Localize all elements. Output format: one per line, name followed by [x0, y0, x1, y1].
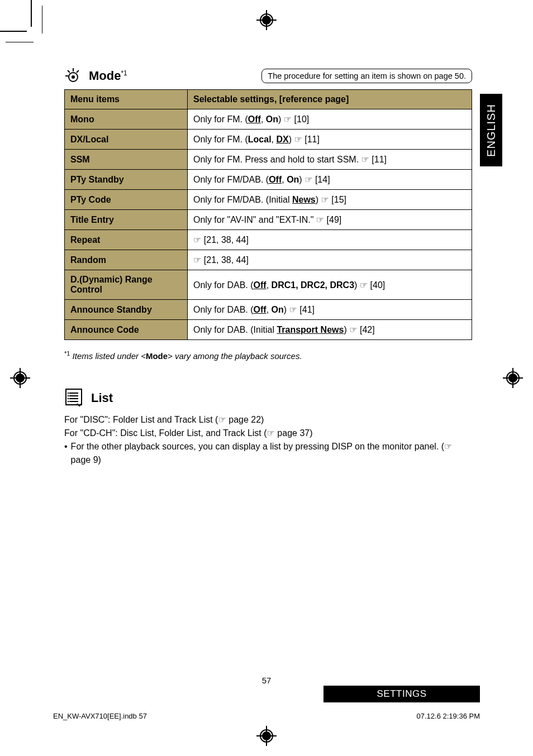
list-body: For "DISC": Folder List and Track List (…	[64, 413, 472, 467]
menu-item-label: SSM	[65, 150, 188, 170]
menu-item-value: Only for FM. Press and hold to start SSM…	[188, 150, 472, 170]
table-header-left: Menu items	[65, 90, 188, 109]
table-row: D.(Dynamic) Range ControlOnly for DAB. (…	[65, 270, 472, 300]
svg-line-3	[68, 70, 70, 73]
language-tab: ENGLISH	[480, 94, 502, 166]
language-tab-label: ENGLISH	[485, 104, 498, 157]
list-line: For "CD-CH": Disc List, Folder List, and…	[64, 427, 472, 440]
menu-item-value: Only for "AV-IN" and "EXT-IN." ☞ [49]	[188, 210, 472, 230]
menu-item-label: DX/Local	[65, 130, 188, 150]
registration-mark-icon	[503, 368, 523, 388]
menu-item-value: Only for FM. (Local, DX) ☞ [11]	[188, 130, 472, 150]
menu-item-label: PTy Standby	[65, 170, 188, 190]
table-row: Title EntryOnly for "AV-IN" and "EXT-IN.…	[65, 210, 472, 230]
registration-mark-icon	[256, 10, 277, 30]
svg-line-4	[77, 70, 79, 73]
menu-item-label: Random	[65, 250, 188, 270]
svg-point-14	[68, 401, 69, 402]
crop-mark	[6, 42, 34, 42]
table-row: SSMOnly for FM. Press and hold to start …	[65, 150, 472, 170]
svg-point-12	[68, 395, 69, 396]
svg-point-11	[68, 393, 69, 394]
mode-title-sup: *1	[121, 69, 127, 77]
page-number: 57	[0, 676, 533, 685]
table-row: Repeat☞ [21, 38, 44]	[65, 230, 472, 250]
list-heading: List	[91, 391, 113, 405]
footnote-text: Items listed under <Mode> vary among the…	[73, 351, 302, 361]
crop-mark	[31, 0, 32, 27]
list-bullet: • For the other playback sources, you ca…	[64, 440, 472, 467]
menu-item-value: ☞ [21, 38, 44]	[188, 250, 472, 270]
menu-item-value: Only for FM/DAB. (Off, On) ☞ [14]	[188, 170, 472, 190]
menu-item-label: Mono	[65, 109, 188, 130]
table-row: MonoOnly for FM. (Off, On) ☞ [10]	[65, 109, 472, 130]
table-row: DX/LocalOnly for FM. (Local, DX) ☞ [11]	[65, 130, 472, 150]
footnote: *1 Items listed under <Mode> vary among …	[64, 350, 472, 361]
table-row: Random☞ [21, 38, 44]	[65, 250, 472, 270]
mode-title-text: Mode	[89, 69, 121, 83]
menu-item-value: Only for DAB. (Off, DRC1, DRC2, DRC3) ☞ …	[188, 270, 472, 300]
footnote-sup: *1	[64, 350, 70, 357]
procedure-note: The procedure for setting an item is sho…	[261, 69, 472, 83]
mode-menu-table: Menu items Selectable settings, [referen…	[64, 89, 472, 340]
table-header-right: Selectable settings, [reference page]	[188, 90, 472, 109]
svg-rect-6	[66, 389, 82, 405]
table-row: Announce StandbyOnly for DAB. (Off, On) …	[65, 300, 472, 320]
menu-item-value: Only for FM/DAB. (Initial News) ☞ [15]	[188, 190, 472, 210]
table-row: PTy CodeOnly for FM/DAB. (Initial News) …	[65, 190, 472, 210]
list-icon	[64, 387, 83, 409]
footer-right: 07.12.6 2:19:36 PM	[417, 712, 480, 720]
footer-metadata: EN_KW-AVX710[EE].indb 57 07.12.6 2:19:36…	[53, 712, 480, 720]
menu-item-value: Only for FM. (Off, On) ☞ [10]	[188, 109, 472, 130]
mode-icon	[64, 66, 82, 86]
crop-mark	[42, 6, 42, 34]
menu-item-label: D.(Dynamic) Range Control	[65, 270, 188, 300]
crop-mark	[0, 31, 27, 32]
menu-item-label: Announce Code	[65, 320, 188, 340]
table-row: PTy StandbyOnly for FM/DAB. (Off, On) ☞ …	[65, 170, 472, 190]
svg-point-1	[72, 75, 75, 79]
menu-item-label: PTy Code	[65, 190, 188, 210]
menu-item-value: Only for DAB. (Off, On) ☞ [41]	[188, 300, 472, 320]
menu-item-label: Repeat	[65, 230, 188, 250]
menu-item-value: ☞ [21, 38, 44]	[188, 230, 472, 250]
list-bullet-text: For the other playback sources, you can …	[71, 440, 472, 467]
menu-item-value: Only for DAB. (Initial Transport News) ☞…	[188, 320, 472, 340]
table-row: Announce CodeOnly for DAB. (Initial Tran…	[65, 320, 472, 340]
svg-point-13	[68, 398, 69, 399]
footer-left: EN_KW-AVX710[EE].indb 57	[53, 712, 147, 720]
registration-mark-icon	[10, 368, 30, 388]
menu-item-label: Announce Standby	[65, 300, 188, 320]
registration-mark-icon	[256, 726, 277, 746]
list-line: For "DISC": Folder List and Track List (…	[64, 413, 472, 427]
section-bar: SETTINGS	[323, 686, 480, 702]
menu-item-label: Title Entry	[65, 210, 188, 230]
mode-heading: Mode*1	[89, 69, 127, 83]
bullet-dot: •	[64, 440, 68, 467]
